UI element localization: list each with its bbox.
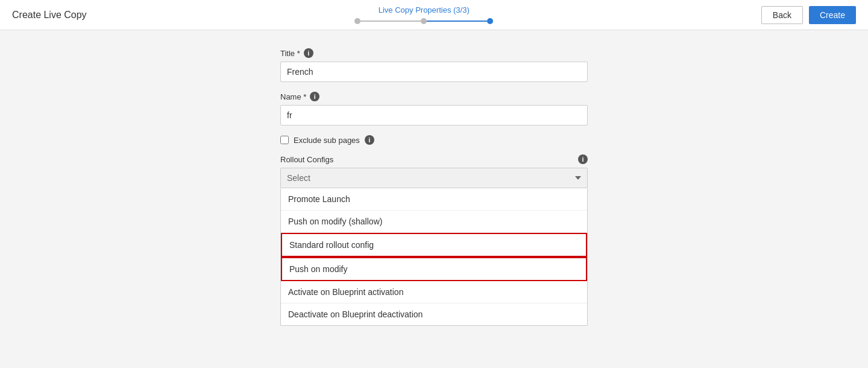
exclude-info-icon[interactable]: i [365,135,374,145]
title-field-group: Title * i [280,48,588,82]
step-dot-1 [354,18,360,24]
title-label: Title * [280,49,300,58]
name-input[interactable] [280,105,588,125]
name-label: Name * [280,92,306,101]
dropdown-item-deactivate-blueprint[interactable]: Deactivate on Blueprint deactivation [281,303,587,325]
title-info-icon[interactable]: i [304,48,313,58]
back-button[interactable]: Back [761,6,803,24]
rollout-select-trigger[interactable]: Select [280,168,588,188]
step-dots [354,18,493,24]
wizard-progress: Live Copy Properties (3/3) [354,5,493,24]
rollout-info-icon[interactable]: i [578,154,588,164]
chevron-down-icon [575,176,581,180]
rollout-dropdown-list: Promote Launch Push on modify (shallow) … [280,188,588,326]
step-line-1 [360,21,421,22]
exclude-subpages-label: Exclude sub pages [294,136,360,145]
dropdown-item-push-modify[interactable]: Push on modify [281,257,587,281]
exclude-subpages-row: Exclude sub pages i [280,135,588,145]
dropdown-item-promote-launch[interactable]: Promote Launch [281,188,587,211]
select-placeholder: Select [287,173,310,183]
header: Create Live Copy Live Copy Properties (3… [0,0,868,30]
title-input[interactable] [280,62,588,82]
header-actions: Back Create [761,6,856,24]
step-line-2 [427,21,487,22]
exclude-subpages-checkbox[interactable] [280,136,289,144]
name-field-group: Name * i [280,92,588,125]
form-container: Title * i Name * i Exclude sub pages i R… [280,48,588,350]
step-dot-3 [487,18,493,24]
main-content: Title * i Name * i Exclude sub pages i R… [0,30,868,368]
dropdown-item-standard-rollout[interactable]: Standard rollout config [281,233,587,257]
rollout-label: Rollout Configs [280,155,333,164]
dropdown-item-push-shallow[interactable]: Push on modify (shallow) [281,211,587,233]
name-label-row: Name * i [280,92,588,101]
create-button[interactable]: Create [809,6,856,24]
title-label-row: Title * i [280,48,588,58]
dropdown-item-activate-blueprint[interactable]: Activate on Blueprint activation [281,281,587,303]
name-info-icon[interactable]: i [310,92,319,101]
rollout-field-group: Rollout Configs i Select Promote Launch … [280,154,588,326]
rollout-label-row: Rollout Configs i [280,154,588,164]
step-dot-2 [421,18,427,24]
step-label: Live Copy Properties (3/3) [379,5,470,14]
page-title: Create Live Copy [12,10,87,21]
